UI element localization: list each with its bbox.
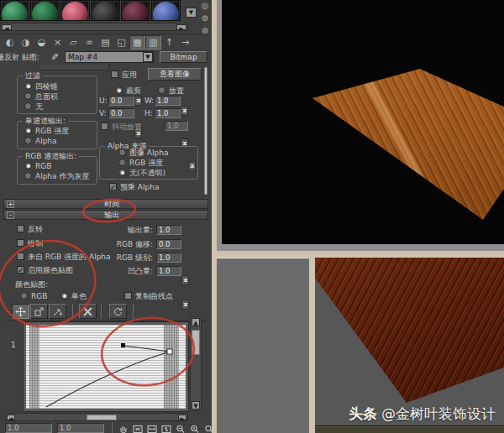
put-to-library-icon[interactable]: ▤: [97, 35, 113, 50]
filter-radio-pyramidal[interactable]: 四棱锥: [24, 82, 58, 91]
alpha-source-radio-image-alpha[interactable]: 图像 Alpha: [118, 149, 168, 158]
rgb-offset-field[interactable]: 0.0: [156, 239, 181, 249]
material-id-channel-icon[interactable]: ◱: [113, 35, 129, 50]
mono-radio-alpha[interactable]: Alpha: [24, 137, 57, 146]
add-point-icon[interactable]: [49, 304, 66, 319]
curve-y-value-field[interactable]: 1.0: [57, 423, 104, 433]
make-material-copy-icon[interactable]: ▱: [66, 35, 81, 50]
curve-hscrollbar[interactable]: ◄ ►: [5, 413, 188, 421]
jitter-placement-checkbox[interactable]: 抖动放置: [101, 123, 142, 132]
enable-color-map-checkbox[interactable]: 启用颜色贴图: [17, 266, 73, 275]
zoom-horizontal-icon[interactable]: [174, 422, 187, 433]
map-name-dropdown-arrow-icon[interactable]: ▼: [143, 52, 153, 62]
show-end-result-icon[interactable]: ▥: [145, 35, 161, 50]
view-image-button[interactable]: 查看图像: [148, 68, 202, 81]
curve-handle-point[interactable]: [121, 343, 125, 347]
mono-radio-rgb-intensity[interactable]: RGB 强度: [24, 127, 69, 136]
curve-graph[interactable]: [24, 322, 188, 411]
rgb-offset-label: RGB 偏移:: [101, 240, 153, 249]
color-map-radio-mono[interactable]: 单色: [60, 292, 87, 301]
curve-end-point[interactable]: [167, 349, 172, 354]
material-editor-scrollbar[interactable]: [204, 67, 207, 195]
sample-slot-2[interactable]: [30, 0, 60, 21]
output-amount-spinner[interactable]: [181, 275, 189, 285]
rollout-time-expand-icon[interactable]: +: [7, 201, 14, 208]
zoom-vertical-icon[interactable]: [188, 422, 202, 433]
slot-dropdown-button[interactable]: ▼: [186, 8, 197, 18]
rgb-level-field[interactable]: 1.0: [156, 253, 181, 263]
crop-radio[interactable]: 裁剪: [115, 86, 141, 96]
sample-slot-3[interactable]: [60, 0, 90, 21]
go-forward-to-sibling-icon[interactable]: →: [177, 35, 193, 50]
curve-vscroll-up-icon[interactable]: ▲: [192, 318, 200, 326]
sample-slot-6[interactable]: [151, 0, 181, 21]
curve-hscroll-right-icon[interactable]: ►: [178, 415, 186, 420]
filter-radio-none[interactable]: 无: [24, 102, 43, 112]
jitter-field[interactable]: 1.0: [165, 121, 188, 131]
u-spinner[interactable]: [134, 96, 142, 106]
sample-slot-5[interactable]: [121, 0, 150, 21]
v-field[interactable]: 0.0: [108, 108, 134, 118]
zoom-horizontal-extents-icon[interactable]: [145, 422, 159, 433]
put-material-to-scene-icon[interactable]: ◑: [18, 35, 34, 50]
h-field[interactable]: 1.0: [155, 108, 181, 118]
get-material-icon[interactable]: ◐: [2, 35, 18, 50]
side-toolbar: ◎ ⊚ ⊛: [199, 1, 211, 35]
clamp-checkbox[interactable]: 钳制: [17, 239, 43, 248]
show-map-in-viewport-icon[interactable]: ▦: [129, 35, 145, 50]
place-radio[interactable]: 放置: [158, 86, 184, 96]
map-type-button[interactable]: Bitmap: [160, 51, 207, 63]
rollout-time-title: 时间: [17, 200, 207, 208]
video-color-check-icon[interactable]: ⊚: [199, 13, 211, 23]
sample-slot-4[interactable]: [91, 0, 120, 21]
slot-scroll-left-icon[interactable]: ◄: [2, 24, 12, 30]
premultiplied-alpha-checkbox[interactable]: 预乘 Alpha: [109, 183, 159, 192]
alpha-source-radio-none-opaque[interactable]: 无(不透明): [118, 169, 165, 178]
sample-slot-row: [0, 0, 181, 21]
u-field[interactable]: 0.0: [108, 96, 134, 106]
bump-amount-field[interactable]: 1.0: [156, 266, 181, 276]
reset-curves-icon[interactable]: [109, 304, 127, 319]
alpha-from-rgb-intensity-checkbox[interactable]: 来自 RGB 强度的 Alpha: [17, 253, 111, 262]
map-name-dropdown[interactable]: Map #4: [65, 51, 154, 63]
rollout-output[interactable]: - 输出: [3, 210, 208, 220]
zoom-value-extents-icon[interactable]: [160, 422, 173, 433]
eyedropper-icon[interactable]: ✎: [49, 53, 60, 60]
alpha-source-radio-rgb-intensity[interactable]: RGB 强度: [118, 159, 163, 168]
rgb-out-radio-rgb[interactable]: RGB: [24, 162, 51, 171]
assign-material-to-selection-icon[interactable]: ◒: [34, 35, 50, 50]
sample-uv-tiling-icon[interactable]: ◎: [199, 1, 211, 10]
watermark: 头条@金树叶装饰设计: [349, 404, 496, 424]
reset-map-icon[interactable]: ×: [50, 35, 66, 50]
slot-scroll-right-icon[interactable]: ►: [176, 24, 186, 30]
curve-hscroll-left-icon[interactable]: ◄: [7, 415, 15, 420]
curve-hscroll-thumb[interactable]: [87, 415, 117, 420]
pan-icon[interactable]: [117, 422, 130, 433]
copy-curve-points-checkbox[interactable]: 复制曲线点: [124, 292, 173, 301]
watermark-brand: 头条: [349, 405, 377, 422]
move-point-icon[interactable]: [12, 304, 29, 319]
curve-vscroll-down-icon[interactable]: ▼: [192, 401, 200, 410]
viewport-bottom-bar: [315, 425, 504, 433]
sample-slot-1[interactable]: [0, 0, 29, 21]
rollout-time[interactable]: + 时间: [3, 199, 208, 209]
zoom-extents-icon[interactable]: [131, 422, 144, 433]
delete-point-icon[interactable]: [79, 304, 97, 319]
filter-radio-summed-area[interactable]: 总面积: [24, 92, 58, 102]
output-amount-field[interactable]: 1.0: [156, 225, 181, 235]
go-to-parent-icon[interactable]: ↑: [161, 35, 177, 50]
w-field[interactable]: 1.0: [155, 96, 181, 106]
invert-checkbox[interactable]: 反转: [17, 225, 43, 234]
w-spinner[interactable]: [181, 106, 188, 116]
slot-scrollbar[interactable]: ◄ ►: [0, 23, 188, 31]
curve-vscroll-thumb[interactable]: [192, 330, 200, 355]
render-window-inner-frame: [217, 0, 504, 251]
make-unique-icon[interactable]: ∞: [81, 35, 97, 50]
rollout-output-collapse-icon[interactable]: -: [7, 211, 14, 219]
apply-checkbox[interactable]: 应用: [111, 70, 137, 80]
scale-point-icon[interactable]: [30, 304, 48, 319]
rgb-out-radio-alpha-as-gray[interactable]: Alpha 作为灰度: [24, 172, 89, 181]
curve-vscrollbar[interactable]: ▲ ▼: [190, 316, 202, 411]
curve-x-value-field[interactable]: 1.0: [5, 423, 52, 433]
color-map-radio-rgb[interactable]: RGB: [20, 292, 47, 301]
